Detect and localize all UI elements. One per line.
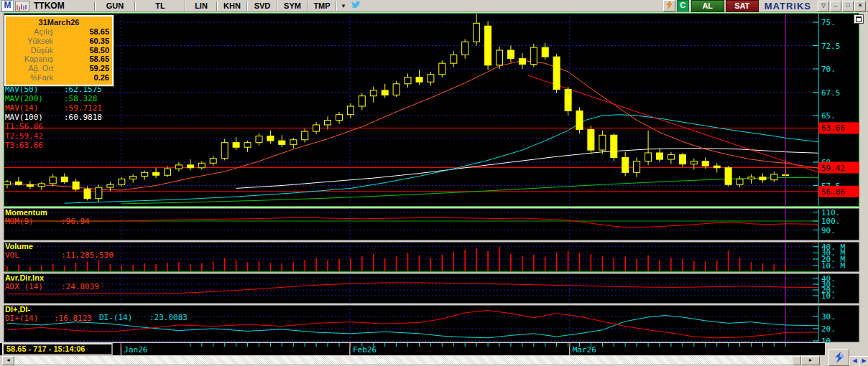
twitter-icon[interactable] [351, 0, 361, 12]
svg-text:110.: 110. [821, 208, 841, 217]
quote-label: Kapanış [9, 55, 53, 64]
svg-text:90.: 90. [821, 226, 836, 235]
horizontal-scrollbar: ◄ ► [0, 355, 868, 366]
quote-value: 59.25 [53, 64, 109, 73]
mini-candle-icon [16, 4, 27, 11]
buy-button[interactable]: AL [691, 0, 724, 12]
quote-row: Düşük58.50 [9, 46, 109, 55]
scroll-right-button[interactable]: ► [801, 356, 820, 365]
toolbar-button-gun[interactable]: GUN [97, 1, 133, 11]
quote-row: Kapanış58.65 [9, 55, 109, 64]
quote-label: Ağ. Ort [9, 64, 53, 73]
chart-type-icon[interactable] [15, 1, 29, 11]
di-title: DI+,DI- [5, 305, 30, 314]
t-levels-legend: T1:56.86T2:59.42T3:63.66 [5, 122, 43, 150]
toolbar-separator [336, 1, 337, 11]
svg-text:30.: 30. [821, 312, 836, 322]
mav-legend: MAV(50):62.1575MAV(200):58.328MAV(14):59… [5, 85, 102, 122]
template-dropdown-icon[interactable]: ▼ [338, 3, 348, 9]
momentum-title: Momentum [5, 208, 47, 217]
adx-title: Avr.Dir.Inx [5, 273, 44, 282]
chart-area[interactable]: 75.72.570.67.565.60.57.5110.100.90.40. M… [0, 13, 868, 343]
svg-text:67.5: 67.5 [821, 88, 841, 98]
quote-row: Açılış58.65 [9, 27, 109, 37]
connection-status-icon[interactable]: C [677, 0, 689, 11]
quote-value: 58.65 [53, 27, 109, 37]
momentum-series-value: :96.94 [61, 217, 90, 226]
momentum-series-label: MOM(9) [5, 217, 61, 226]
toolbar-separator [216, 1, 218, 11]
sell-button[interactable]: SAT [726, 0, 759, 12]
mav-label: MAV(100):60.9818 [5, 113, 102, 122]
adx-value: ADX (14):24.8039 [5, 282, 99, 291]
toolbar-button-lin[interactable]: LIN [188, 1, 215, 11]
scrollbar-thumb[interactable] [793, 356, 801, 365]
refresh-bolt-icon[interactable] [663, 0, 675, 11]
nav-next-button[interactable]: ▶ [859, 356, 868, 366]
toolbar-button-tl[interactable]: TL [137, 1, 183, 11]
svg-text:70.: 70. [821, 65, 836, 74]
quote-value: 0.26 [53, 73, 109, 83]
t-level-label: T3:63.66 [5, 141, 43, 150]
quote-label: Yüksek [9, 37, 53, 46]
mav-label: MAV(14):59.7121 [5, 103, 102, 113]
status-box: 58.65 - 717 - 15:14:06 [2, 343, 113, 355]
adx-series-label: ADX (14) [5, 282, 61, 291]
volume-series-label: VOL [5, 250, 61, 260]
scroll-left-button[interactable]: ◄ [2, 356, 14, 365]
quote-date: 31March26 [9, 18, 109, 27]
svg-text:59.42: 59.42 [821, 164, 845, 173]
svg-text:65.: 65. [821, 111, 836, 121]
toolbar-button-tmp[interactable]: TMP [310, 1, 334, 11]
quote-label: Düşük [9, 46, 53, 55]
adx-series-value: :24.8039 [61, 282, 99, 291]
volume-value: VOL:11,285,530 [5, 250, 114, 260]
toolbar-button-sym[interactable]: SYM [280, 1, 305, 11]
time-axis-bar: 58.65 - 717 - 15:14:06 Jan26Feb26Mar26 [0, 343, 825, 355]
quote-row: Yüksek60.35 [9, 37, 109, 46]
maximize-window-button[interactable]: □ [842, 1, 854, 11]
scrollbar-track[interactable] [14, 356, 792, 364]
toolbar-button-khn[interactable]: KHN [219, 1, 245, 11]
symbol-input[interactable]: TTKOM [31, 1, 93, 11]
quote-value: 60.35 [53, 37, 109, 46]
momentum-value: MOM(9):96.94 [5, 217, 90, 226]
svg-text:75.: 75. [821, 18, 836, 27]
matriks-brand-logo: MATRiKS [759, 1, 817, 11]
quote-row: %Fark0.26 [9, 73, 109, 83]
toolbar-separator [246, 1, 248, 11]
quote-row: Ağ. Ort59.25 [9, 64, 109, 73]
month-label-jan26: Jan26 [124, 345, 147, 355]
toolbar-separator [94, 1, 96, 11]
di-plus-val: :16.8123 [54, 314, 92, 323]
svg-text:10.: 10. [821, 291, 836, 301]
app-m-logo-icon: M [1, 0, 14, 11]
matriks-spinner-button[interactable] [828, 349, 849, 366]
volume-title: Volume [5, 242, 33, 250]
minimize-window-button[interactable]: – [830, 1, 841, 11]
volume-series-value: :11,285,530 [61, 250, 114, 260]
svg-text:20.: 20. [821, 324, 836, 334]
di-minus-value: DI-(14):23.0083 [99, 313, 188, 322]
t-level-label: T2:59.42 [5, 131, 43, 141]
panel-maximize-button[interactable] [854, 14, 864, 24]
t-level-label: T1:56.86 [5, 122, 43, 131]
toolbar-separator [277, 1, 278, 11]
close-window-button[interactable]: ✕ [854, 1, 866, 11]
di-plus-label: DI+(14) [5, 314, 54, 323]
svg-text:56.86: 56.86 [821, 187, 845, 197]
month-label-mar26: Mar26 [573, 345, 596, 355]
svg-text:10. M: 10. M [821, 261, 845, 271]
di-minus-val: :23.0083 [149, 313, 188, 322]
di-plus-value: DI+(14):16.8123 [5, 314, 92, 323]
quote-value: 58.65 [53, 55, 109, 64]
quote-value: 58.50 [53, 46, 109, 55]
quote-info-box: 31March26 Açılış58.65Yüksek60.35Düşük58.… [4, 15, 114, 86]
menu-down-window-button[interactable]: ▽ [818, 1, 829, 11]
toolbar-separator [134, 1, 136, 11]
toolbar-button-svd[interactable]: SVD [249, 1, 275, 11]
quote-label: Açılış [9, 27, 53, 37]
svg-text:10.: 10. [821, 337, 836, 343]
toolbar-separator [307, 1, 308, 11]
matriks-chart-window: { "toolbar": { "logo": "M", "symbol": "T… [0, 0, 868, 366]
